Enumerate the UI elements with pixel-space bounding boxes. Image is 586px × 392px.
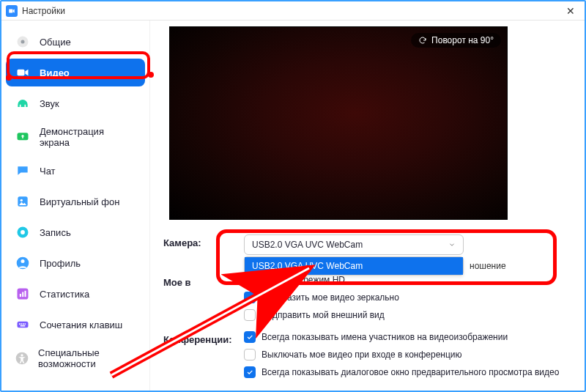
camera-section: Камера: USB2.0 VGA UVC WebCam USB2.0 VGA… — [163, 234, 571, 255]
sidebar-item-label: Профиль — [40, 258, 81, 269]
svg-rect-15 — [19, 323, 21, 325]
sidebar-item-general[interactable]: Общие — [6, 28, 145, 56]
share-screen-icon — [15, 129, 31, 145]
sidebar-item-virtual-bg[interactable]: Виртуальный фон — [6, 188, 145, 215]
check-label: Всегда показывать имена участников на ви… — [262, 332, 508, 342]
checkbox-unchecked-icon — [244, 349, 256, 360]
checkbox-checked-icon — [244, 331, 256, 343]
video-preview: Поворот на 90° — [169, 26, 508, 220]
window-body: Общие Видео Звук Демонстрация экрана — [1, 21, 585, 391]
chat-icon — [15, 163, 31, 179]
window-title: Настройки — [22, 6, 65, 16]
sidebar-item-audio[interactable]: Звук — [6, 89, 145, 117]
sidebar-item-chat[interactable]: Чат — [6, 157, 145, 185]
profile-icon — [15, 255, 31, 271]
titlebar: Настройки ✕ — [1, 1, 585, 21]
chevron-down-icon — [448, 241, 456, 248]
gear-icon — [15, 34, 31, 50]
svg-rect-16 — [21, 323, 23, 325]
content-pane: Поворот на 90° Камера: USB2.0 VGA UVC We… — [150, 21, 585, 391]
check-label: Включить режим HD — [262, 275, 345, 285]
keyboard-icon — [15, 317, 31, 333]
svg-point-7 — [21, 230, 25, 234]
video-icon — [15, 64, 31, 81]
close-button[interactable]: ✕ — [561, 5, 580, 17]
sidebar-item-label: Демонстрация экрана — [40, 126, 136, 148]
sidebar-item-label: Статистика — [40, 289, 89, 300]
conference-section: Конференции: Всегда показывать имена уча… — [163, 331, 571, 378]
camera-option[interactable]: USB2.0 VGA UVC WebCam — [245, 257, 463, 275]
settings-window: Настройки ✕ Общие Видео Звук — [0, 0, 586, 392]
sidebar-item-accessibility[interactable]: Специальные возможности — [6, 341, 145, 375]
sidebar-item-label: Звук — [40, 98, 59, 109]
camera-select[interactable]: USB2.0 VGA UVC WebCam — [244, 234, 464, 255]
camera-label: Камера: — [163, 234, 244, 248]
svg-rect-11 — [20, 294, 21, 297]
my-video-label: Мое в — [163, 274, 244, 288]
sidebar-item-video[interactable]: Видео — [6, 59, 145, 86]
stats-icon — [15, 286, 31, 302]
sidebar-item-label: Видео — [40, 67, 70, 78]
sidebar-item-share-screen[interactable]: Демонстрация экрана — [6, 120, 145, 154]
check-label: Всегда показывать диалоговое окно предва… — [262, 367, 559, 377]
svg-rect-2 — [18, 70, 25, 75]
aspect-ratio-label-fragment: ношение — [470, 261, 506, 271]
check-mute-video-on-join[interactable]: Выключать мое видео при входе в конферен… — [244, 349, 571, 360]
sidebar-item-shortcuts[interactable]: Сочетания клавиш — [6, 311, 145, 339]
checkbox-checked-icon — [244, 292, 256, 303]
svg-point-5 — [21, 199, 23, 201]
sidebar-item-label: Виртуальный фон — [40, 196, 119, 207]
check-mirror-video[interactable]: Отобразить мое видео зеркально — [244, 292, 571, 303]
check-label: Отобразить мое видео зеркально — [262, 292, 399, 303]
virtual-bg-icon — [15, 193, 31, 210]
app-icon — [6, 5, 18, 17]
accessibility-icon — [15, 350, 29, 366]
sidebar-item-label: Запись — [40, 227, 71, 238]
checkbox-unchecked-icon — [244, 274, 256, 286]
camera-selected-value: USB2.0 VGA UVC WebCam — [252, 240, 363, 250]
svg-rect-18 — [25, 323, 26, 325]
svg-point-9 — [21, 259, 25, 263]
my-video-section: Мое в Включить режим HD Отобразить мое в… — [163, 274, 571, 321]
svg-rect-12 — [22, 292, 23, 297]
check-show-names[interactable]: Всегда показывать имена участников на ви… — [244, 331, 571, 343]
sidebar-item-profile[interactable]: Профиль — [6, 249, 145, 277]
check-enable-hd[interactable]: Включить режим HD — [244, 274, 571, 286]
check-label: Подправить мой внешний вид — [262, 310, 385, 320]
sidebar-item-statistics[interactable]: Статистика — [6, 280, 145, 308]
sidebar-item-label: Чат — [40, 166, 56, 177]
conference-label: Конференции: — [163, 331, 244, 345]
camera-dropdown: USB2.0 VGA UVC WebCam — [244, 256, 464, 275]
rotate-icon — [418, 36, 427, 45]
check-preview-dialog[interactable]: Всегда показывать диалоговое окно предва… — [244, 366, 571, 378]
svg-rect-19 — [21, 325, 26, 327]
sidebar-item-recording[interactable]: Запись — [6, 218, 145, 246]
sidebar-item-label: Сочетания клавиш — [40, 319, 122, 330]
sidebar-item-label: Специальные возможности — [38, 347, 136, 369]
check-label: Выключать мое видео при входе в конферен… — [262, 350, 462, 360]
svg-rect-17 — [23, 323, 24, 325]
check-touch-up[interactable]: Подправить мой внешний вид — [244, 309, 571, 321]
checkbox-checked-icon — [244, 366, 256, 378]
rotate-button[interactable]: Поворот на 90° — [411, 33, 501, 48]
checkbox-unchecked-icon — [244, 309, 256, 321]
svg-point-21 — [21, 354, 23, 356]
svg-rect-13 — [25, 291, 26, 297]
svg-point-1 — [21, 40, 25, 44]
sidebar-item-label: Общие — [40, 37, 71, 48]
record-icon — [15, 224, 31, 240]
headphones-icon — [15, 95, 31, 111]
rotate-label: Поворот на 90° — [431, 35, 494, 45]
sidebar: Общие Видео Звук Демонстрация экрана — [1, 21, 150, 391]
